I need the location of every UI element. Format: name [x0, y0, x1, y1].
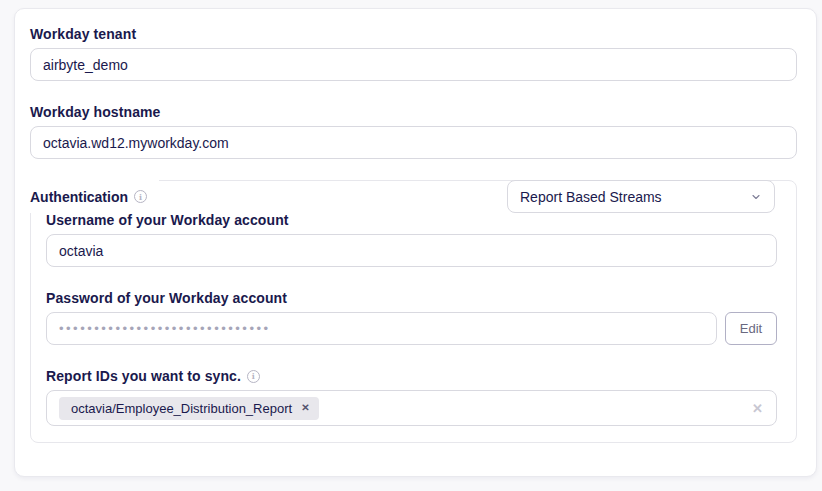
chevron-down-icon [750, 191, 762, 203]
password-field: Password of your Workday account Edit [46, 291, 777, 345]
password-edit-button[interactable]: Edit [725, 312, 777, 345]
workday-hostname-field: Workday hostname [30, 105, 797, 159]
username-field: Username of your Workday account [46, 213, 777, 267]
workday-hostname-label: Workday hostname [30, 105, 797, 119]
workday-tenant-field: Workday tenant [30, 27, 797, 81]
workday-hostname-label-text: Workday hostname [30, 105, 161, 119]
connector-settings-card: Workday tenant Workday hostname Username… [14, 8, 817, 477]
report-ids-field: Report IDs you want to sync. i octavia/E… [46, 369, 777, 426]
username-label: Username of your Workday account [46, 213, 777, 227]
authentication-header: Authentication i Report Based Streams [30, 180, 797, 213]
password-label: Password of your Workday account [46, 291, 777, 305]
password-row: Edit [46, 312, 777, 345]
authentication-label-text: Authentication [30, 189, 128, 205]
workday-tenant-label: Workday tenant [30, 27, 797, 41]
report-ids-label-text: Report IDs you want to sync. [46, 369, 241, 383]
info-icon[interactable]: i [134, 190, 147, 203]
workday-tenant-input[interactable] [30, 48, 797, 81]
report-id-tag: octavia/Employee_Distribution_Report ✕ [59, 397, 319, 420]
username-label-text: Username of your Workday account [46, 213, 289, 227]
info-icon[interactable]: i [247, 370, 260, 383]
authentication-section: Username of your Workday account Passwor… [30, 180, 797, 443]
password-label-text: Password of your Workday account [46, 291, 287, 305]
report-ids-label: Report IDs you want to sync. i [46, 369, 777, 383]
password-input[interactable] [46, 312, 717, 345]
report-ids-tag-input[interactable]: octavia/Employee_Distribution_Report ✕ ✕ [46, 390, 777, 426]
tag-remove-icon[interactable]: ✕ [301, 403, 309, 413]
authentication-group-box: Username of your Workday account Passwor… [30, 180, 797, 443]
report-id-tag-text: octavia/Employee_Distribution_Report [71, 401, 292, 416]
authentication-label: Authentication i [30, 180, 159, 213]
workday-hostname-input[interactable] [30, 126, 797, 159]
auth-method-dropdown[interactable]: Report Based Streams [507, 180, 775, 213]
workday-tenant-label-text: Workday tenant [30, 27, 136, 41]
auth-method-selected-value: Report Based Streams [520, 189, 662, 205]
clear-all-icon[interactable]: ✕ [752, 402, 763, 415]
username-input[interactable] [46, 234, 777, 267]
